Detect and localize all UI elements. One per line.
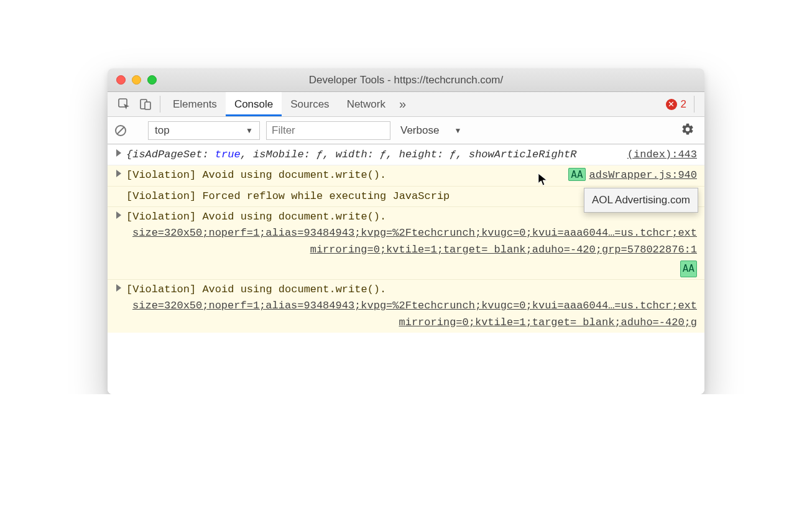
- clear-console-icon[interactable]: [114, 124, 127, 137]
- separator: [160, 96, 160, 113]
- disclosure-triangle-icon[interactable]: [116, 149, 121, 157]
- context-selector[interactable]: top ▼: [148, 121, 260, 140]
- log-level-value: Verbose: [400, 124, 439, 137]
- device-toolbar-icon[interactable]: [135, 92, 156, 116]
- log-entry[interactable]: AAadsWrapper.js:940 [Violation] Avoid us…: [108, 165, 704, 186]
- titlebar: Developer Tools - https://techcrunch.com…: [108, 68, 704, 92]
- tab-elements[interactable]: Elements: [164, 92, 226, 116]
- log-message: [Violation] Avoid using document.write()…: [126, 169, 386, 181]
- chevron-down-icon: ▼: [454, 126, 461, 135]
- third-party-badge[interactable]: AA: [568, 168, 585, 181]
- disclosure-triangle-icon[interactable]: [116, 211, 121, 219]
- badge-tooltip: AOL Advertising.com: [584, 188, 698, 213]
- separator: [694, 96, 694, 113]
- tab-console[interactable]: Console: [226, 92, 282, 116]
- traffic-lights: [116, 75, 157, 85]
- chevron-down-icon: ▼: [246, 126, 253, 135]
- error-count[interactable]: ✕ 2: [666, 92, 690, 116]
- log-message: [Violation] Forced reflow while executin…: [126, 190, 450, 202]
- tab-sources[interactable]: Sources: [282, 92, 338, 116]
- log-entry[interactable]: [Violation] Avoid using document.write()…: [108, 207, 704, 280]
- source-link[interactable]: size=320x50;noperf=1;alias=93484943;kvpg…: [126, 298, 697, 331]
- log-entry[interactable]: (index):443 {isAdPageSet: true, isMobile…: [108, 144, 704, 165]
- svg-line-4: [117, 127, 124, 134]
- source-link[interactable]: size=320x50;noperf=1;alias=93484943;kvpg…: [126, 225, 697, 258]
- devtools-window: Developer Tools - https://techcrunch.com…: [108, 68, 704, 394]
- svg-rect-2: [145, 102, 150, 109]
- disclosure-triangle-icon[interactable]: [116, 170, 121, 177]
- console-log-area[interactable]: (index):443 {isAdPageSet: true, isMobile…: [108, 144, 704, 394]
- console-settings-icon[interactable]: [681, 122, 698, 139]
- context-value: top: [155, 124, 170, 137]
- source-link[interactable]: (index):443: [627, 147, 697, 163]
- log-object: {isAdPageSet: true, isMobile: ƒ, width: …: [126, 149, 576, 160]
- filter-input[interactable]: [266, 121, 390, 140]
- console-toolbar: top ▼ Verbose ▼: [108, 117, 704, 144]
- tab-network[interactable]: Network: [338, 92, 394, 116]
- log-entry[interactable]: [Violation] Avoid using document.write()…: [108, 280, 704, 333]
- source-link[interactable]: adsWrapper.js:940: [589, 169, 697, 181]
- minimize-window-button[interactable]: [132, 75, 141, 85]
- inspect-element-icon[interactable]: [114, 92, 135, 116]
- window-title: Developer Tools - https://techcrunch.com…: [108, 74, 704, 86]
- panel-tab-bar: Elements Console Sources Network » ✕ 2: [108, 92, 704, 117]
- disclosure-triangle-icon[interactable]: [116, 284, 121, 292]
- zoom-window-button[interactable]: [147, 75, 157, 85]
- log-message: [Violation] Avoid using document.write()…: [126, 211, 386, 223]
- close-window-button[interactable]: [116, 75, 126, 85]
- error-count-value: 2: [681, 98, 686, 111]
- log-level-selector[interactable]: Verbose ▼: [397, 124, 461, 137]
- more-tabs-button[interactable]: »: [394, 92, 411, 116]
- third-party-badge[interactable]: AA: [680, 261, 697, 277]
- log-message: [Violation] Avoid using document.write()…: [126, 284, 386, 295]
- error-icon: ✕: [666, 99, 677, 110]
